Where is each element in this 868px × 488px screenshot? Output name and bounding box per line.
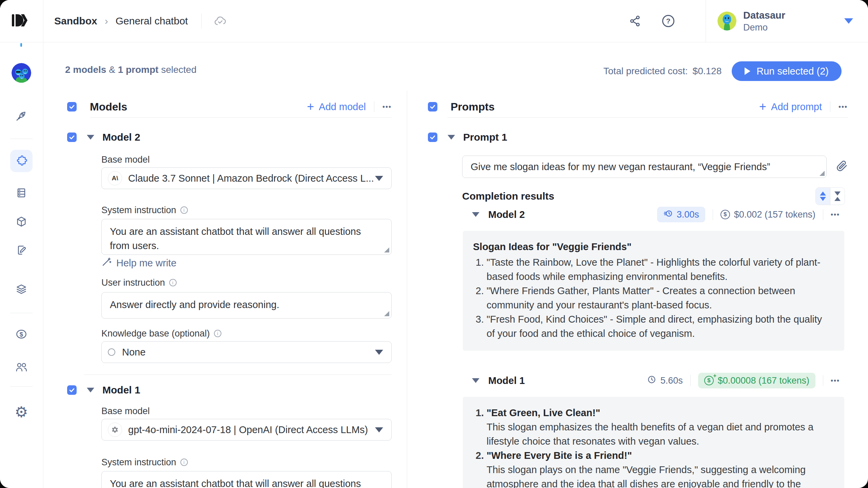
prompt-1-header: Prompt 1 — [426, 130, 848, 145]
collapse-chevron-icon[interactable] — [448, 135, 455, 140]
prompts-overflow-menu[interactable]: ••• — [839, 103, 848, 111]
divider — [374, 101, 374, 112]
result-overflow-menu[interactable]: ••• — [831, 211, 840, 219]
completion-results-header: Completion results — [462, 187, 848, 205]
models-select-all-checkbox[interactable] — [67, 102, 77, 111]
collapse-chevron-icon[interactable] — [472, 212, 479, 217]
share-icon[interactable] — [629, 15, 641, 27]
account-menu[interactable]: Datasaur Demo — [717, 9, 853, 33]
prompt-input-row: Give me slogan ideas for my new vegan re… — [462, 156, 848, 178]
attachment-paperclip-icon[interactable] — [835, 160, 848, 174]
list-item: "Where Friends Gather, Plants Matter" - … — [487, 284, 833, 312]
collapse-top-icon — [834, 191, 841, 196]
knowledge-base-select[interactable]: None — [101, 341, 392, 363]
sidebar-item-sandbox-active[interactable] — [10, 150, 33, 172]
time-value: 3.00s — [677, 209, 699, 220]
model-1-fields: Base model gpt-4o-mini-2024-07-18 | Open… — [101, 406, 392, 488]
resize-handle-icon[interactable] — [384, 247, 389, 252]
divider — [823, 209, 823, 220]
sidebar-item-team-avatar[interactable] — [12, 63, 31, 83]
selected-prompts-count: 1 prompt — [118, 64, 159, 75]
datasaur-logo-icon[interactable] — [12, 14, 32, 28]
expand-all-button[interactable] — [816, 188, 830, 205]
collapse-chevron-icon[interactable] — [87, 135, 94, 140]
breadcrumb-current[interactable]: General chatbot — [116, 15, 188, 27]
base-model-select[interactable]: A\ Claude 3.7 Sonnet | Amazon Bedrock (D… — [101, 167, 392, 189]
prompt-1-checkbox[interactable] — [428, 133, 437, 142]
sidebar-scroll-indicator — [20, 43, 22, 47]
run-selected-button[interactable]: Run selected (2) — [732, 61, 842, 81]
divider — [10, 139, 33, 139]
topbar: Sandbox › General chatbot ? — [0, 0, 868, 42]
layers-icon — [15, 283, 28, 298]
account-avatar — [717, 12, 736, 30]
result-overflow-menu[interactable]: ••• — [831, 377, 840, 385]
chevron-down-icon[interactable] — [844, 18, 853, 24]
sidebar-item-getting-started[interactable] — [15, 109, 28, 124]
model-2-name: Model 2 — [102, 131, 140, 143]
models-overflow-menu[interactable]: ••• — [382, 103, 392, 111]
resize-handle-icon[interactable] — [820, 171, 825, 176]
dollar-sparkle-icon: $ + — [704, 376, 714, 385]
prompts-select-all-checkbox[interactable] — [428, 102, 437, 111]
cloud-synced-icon — [214, 16, 227, 26]
sidebar-item-settings[interactable]: ⚙ — [15, 405, 28, 420]
breadcrumb-parent[interactable]: Sandbox — [54, 15, 97, 27]
rocket-icon — [15, 109, 28, 124]
info-icon: i — [214, 330, 221, 337]
help-me-write-button[interactable]: Help me write — [101, 256, 392, 270]
add-model-button[interactable]: + Add model — [307, 101, 366, 113]
system-instruction-input[interactable]: You are an assistant chatbot that will a… — [101, 219, 392, 255]
plus-icon: + — [759, 101, 766, 113]
sidebar-item-models[interactable] — [15, 215, 28, 230]
collapse-chevron-icon[interactable] — [87, 388, 94, 392]
selected-models-count: 2 models — [65, 64, 106, 75]
divider — [10, 313, 33, 313]
base-model-select[interactable]: gpt-4o-mini-2024-07-18 | OpenAI (Direct … — [101, 419, 392, 441]
prompts-panel-title: Prompts — [451, 101, 495, 113]
collapse-all-button[interactable] — [830, 188, 845, 205]
sidebar-item-workflows[interactable] — [15, 283, 28, 298]
info-icon: i — [169, 279, 177, 286]
sidebar-item-billing[interactable]: $ — [14, 327, 28, 342]
cost-value: $0.002 (157 tokens) — [734, 209, 815, 220]
models-panel-title: Models — [90, 101, 127, 113]
chevron-down-icon — [375, 427, 383, 432]
prompt-input[interactable]: Give me slogan ideas for my new vegan re… — [462, 156, 827, 178]
help-icon[interactable]: ? — [662, 15, 674, 27]
sort-down-icon — [820, 197, 826, 201]
user-instruction-input[interactable]: Answer directly and provide reasoning. — [101, 292, 392, 319]
system-instruction-input[interactable]: You are an assistant chatbot that will a… — [101, 471, 392, 488]
dollar-coin-icon: $ — [14, 327, 28, 342]
slogan-list: "Eat Green, Live Clean!" This slogan emp… — [473, 406, 833, 488]
logo-cell — [0, 0, 43, 42]
system-instruction-label: System instruction i — [101, 205, 392, 216]
result-model-1-content: "Eat Green, Live Clean!" This slogan emp… — [463, 397, 844, 488]
add-prompt-button[interactable]: + Add prompt — [759, 101, 822, 113]
user-instruction-label: User instruction i — [101, 277, 392, 288]
collapse-chevron-icon[interactable] — [472, 378, 479, 383]
divider — [84, 374, 392, 375]
list-item: "Taste the Rainbow, Love the Planet" - H… — [487, 255, 833, 284]
time-badge: 3.00s — [657, 207, 705, 222]
none-circle-icon — [108, 348, 115, 356]
clock-icon — [647, 375, 656, 387]
prompts-panel: Prompts + Add prompt ••• Prompt 1 Give m… — [426, 97, 848, 488]
anthropic-icon: A\ — [108, 171, 122, 185]
collapse-bottom-icon — [834, 197, 841, 201]
panel-divider — [407, 91, 407, 488]
model-1-checkbox[interactable] — [67, 385, 77, 395]
divider — [201, 14, 202, 28]
sidebar-item-projects[interactable] — [15, 186, 28, 201]
sidebar-item-labeling[interactable] — [15, 243, 28, 258]
plus-icon: + — [307, 101, 314, 113]
magic-wand-icon — [101, 257, 112, 269]
result-model-1-name: Model 1 — [488, 375, 525, 386]
result-model-2-header: Model 2 3.00s $ $0.002 (157 tokens — [472, 205, 840, 224]
sidebar-item-members[interactable] — [14, 360, 28, 375]
model-1-name: Model 1 — [102, 384, 140, 396]
puzzle-icon — [15, 154, 28, 168]
resize-handle-icon[interactable] — [384, 311, 389, 316]
divider — [823, 375, 823, 386]
model-2-checkbox[interactable] — [67, 133, 77, 142]
